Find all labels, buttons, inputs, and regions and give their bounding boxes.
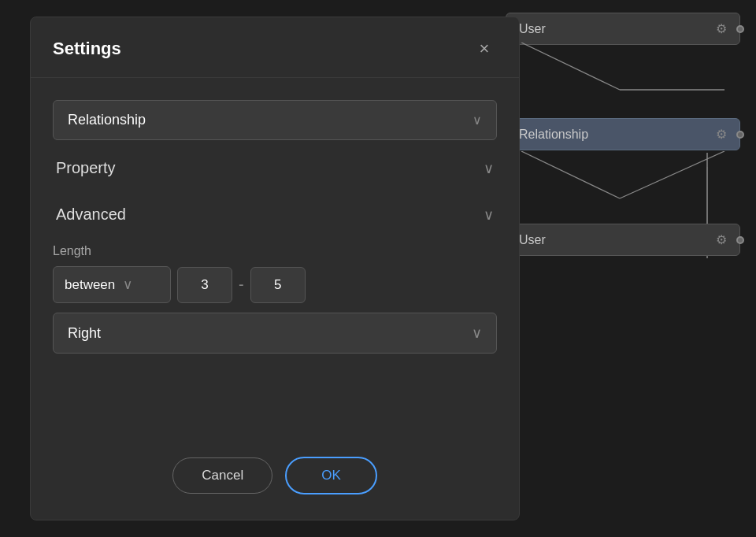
max-value-input[interactable]: 5 (250, 267, 306, 303)
close-button[interactable]: × (472, 36, 497, 61)
relationship-dropdown[interactable]: Relationship ∨ (53, 100, 497, 140)
chevron-down-icon: ∨ (472, 113, 482, 128)
ok-button[interactable]: OK (285, 457, 377, 494)
range-dash: - (239, 276, 244, 294)
min-value-input[interactable]: 3 (177, 267, 232, 303)
dialog-overlay: Settings × Relationship ∨ Property ∨ Adv… (0, 0, 756, 537)
advanced-chevron-icon: ∨ (484, 206, 494, 224)
advanced-label: Advanced (56, 206, 126, 224)
between-label: between (65, 277, 115, 293)
length-row: between ∨ 3 - 5 (53, 266, 497, 303)
property-section[interactable]: Property ∨ (53, 145, 497, 191)
property-chevron-icon: ∨ (484, 160, 494, 177)
dialog-header: Settings × (31, 17, 519, 78)
dialog-footer: Cancel OK (31, 441, 519, 520)
right-dropdown[interactable]: Right ∨ (53, 313, 497, 354)
between-select[interactable]: between ∨ (53, 266, 171, 303)
advanced-section[interactable]: Advanced ∨ (53, 191, 497, 238)
property-label: Property (56, 159, 116, 177)
cancel-button[interactable]: Cancel (172, 457, 272, 494)
dialog-body: Relationship ∨ Property ∨ Advanced ∨ Len… (31, 78, 519, 441)
between-chevron-icon: ∨ (123, 276, 132, 293)
settings-dialog: Settings × Relationship ∨ Property ∨ Adv… (30, 17, 520, 520)
length-label: Length (53, 244, 497, 258)
relationship-dropdown-label: Relationship (68, 112, 146, 128)
right-dropdown-label: Right (68, 325, 101, 342)
right-chevron-icon: ∨ (472, 324, 482, 342)
dialog-title: Settings (53, 39, 121, 59)
